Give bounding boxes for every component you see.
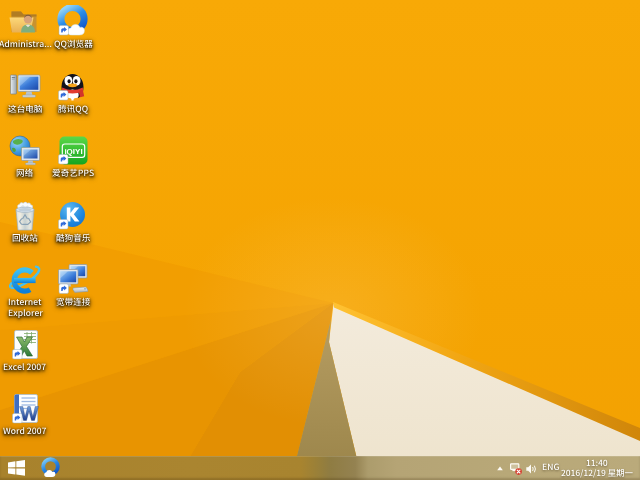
icon-art bbox=[8, 5, 42, 38]
this-pc-icon bbox=[8, 70, 42, 103]
icon-label bbox=[16, 168, 34, 178]
internet-explorer-icon bbox=[8, 263, 42, 296]
text-glyphs bbox=[3, 362, 47, 372]
clock[interactable] bbox=[561, 458, 633, 478]
icon-label bbox=[8, 308, 43, 318]
text-glyphs bbox=[8, 308, 43, 318]
icon-label bbox=[56, 233, 91, 243]
icon-art bbox=[8, 392, 42, 425]
tencent-qq-icon bbox=[56, 70, 90, 103]
windows-desktop: { "window": { "width": 640, "height": 48… bbox=[0, 0, 640, 480]
desktop-icon-tencent-qq[interactable] bbox=[42, 70, 104, 114]
icon-art bbox=[56, 263, 90, 296]
qq-browser-icon bbox=[40, 457, 61, 478]
clock-date bbox=[561, 468, 633, 478]
desktop-icon-kugou-music[interactable] bbox=[42, 199, 104, 243]
icon-art bbox=[8, 263, 42, 296]
icon-label bbox=[54, 39, 93, 49]
shortcut-arrow-icon bbox=[59, 219, 69, 229]
text-glyphs bbox=[8, 104, 43, 114]
show-hidden-icons-button[interactable] bbox=[497, 466, 503, 471]
language-indicator[interactable] bbox=[542, 462, 560, 472]
qq-browser-icon bbox=[56, 5, 90, 38]
volume-button[interactable] bbox=[526, 464, 537, 474]
icon-label bbox=[3, 426, 47, 436]
speaker-icon bbox=[526, 464, 537, 474]
network-status-button[interactable] bbox=[510, 463, 522, 475]
chevron-up-icon bbox=[497, 466, 503, 471]
icon-art bbox=[8, 134, 42, 167]
text-glyphs bbox=[56, 297, 91, 307]
shortcut-arrow-icon bbox=[59, 284, 69, 294]
shortcut-arrow-icon bbox=[59, 26, 69, 36]
text-glyphs bbox=[54, 39, 93, 49]
icon-label bbox=[8, 297, 42, 307]
text-glyphs bbox=[8, 297, 42, 307]
word-icon bbox=[8, 392, 42, 425]
network-icon bbox=[8, 134, 42, 167]
icon-label bbox=[52, 168, 95, 178]
iqiyi-pps-icon: iQIYI bbox=[56, 134, 90, 167]
windows-logo-icon bbox=[8, 460, 25, 476]
text-glyphs bbox=[12, 233, 38, 243]
desktop-icon-broadband[interactable] bbox=[42, 263, 104, 307]
taskbar-pinned-qq-browser[interactable] bbox=[40, 457, 61, 478]
icon-art bbox=[8, 70, 42, 103]
text-glyphs bbox=[561, 468, 633, 478]
icon-label bbox=[58, 104, 89, 114]
text-glyphs bbox=[58, 104, 89, 114]
taskbar bbox=[0, 456, 640, 480]
icon-art bbox=[56, 5, 90, 38]
icon-label bbox=[12, 233, 38, 243]
desktop-icon-qq-browser[interactable] bbox=[42, 5, 104, 49]
icon-art bbox=[8, 328, 42, 361]
icon-label bbox=[3, 362, 47, 372]
icon-label bbox=[8, 104, 43, 114]
desktop-icon-word[interactable] bbox=[0, 392, 56, 436]
shortcut-arrow-icon bbox=[13, 349, 23, 359]
text-glyphs bbox=[56, 233, 91, 243]
kugou-music-icon bbox=[56, 199, 90, 232]
icon-art bbox=[56, 199, 90, 232]
user-folder-icon bbox=[8, 5, 42, 38]
shortcut-arrow-icon bbox=[59, 90, 69, 100]
recycle-bin-icon bbox=[8, 199, 42, 232]
text-glyphs bbox=[586, 458, 608, 468]
shortcut-arrow-icon bbox=[13, 414, 23, 424]
icon-art bbox=[56, 70, 90, 103]
text-glyphs bbox=[542, 462, 560, 472]
shortcut-arrow-icon bbox=[59, 155, 69, 165]
broadband-icon bbox=[56, 263, 90, 296]
excel-icon bbox=[8, 328, 42, 361]
icon-label bbox=[56, 297, 91, 307]
icon-art: iQIYI bbox=[56, 134, 90, 167]
clock-time bbox=[586, 458, 608, 468]
text-glyphs bbox=[3, 426, 47, 436]
icon-art bbox=[8, 199, 42, 232]
text-glyphs bbox=[16, 168, 34, 178]
desktop-icon-iqiyi-pps[interactable]: iQIYI bbox=[42, 134, 104, 178]
text-glyphs bbox=[52, 168, 95, 178]
network-error-icon bbox=[510, 463, 522, 475]
start-button[interactable] bbox=[8, 460, 25, 476]
desktop-icon-excel[interactable] bbox=[0, 328, 56, 372]
